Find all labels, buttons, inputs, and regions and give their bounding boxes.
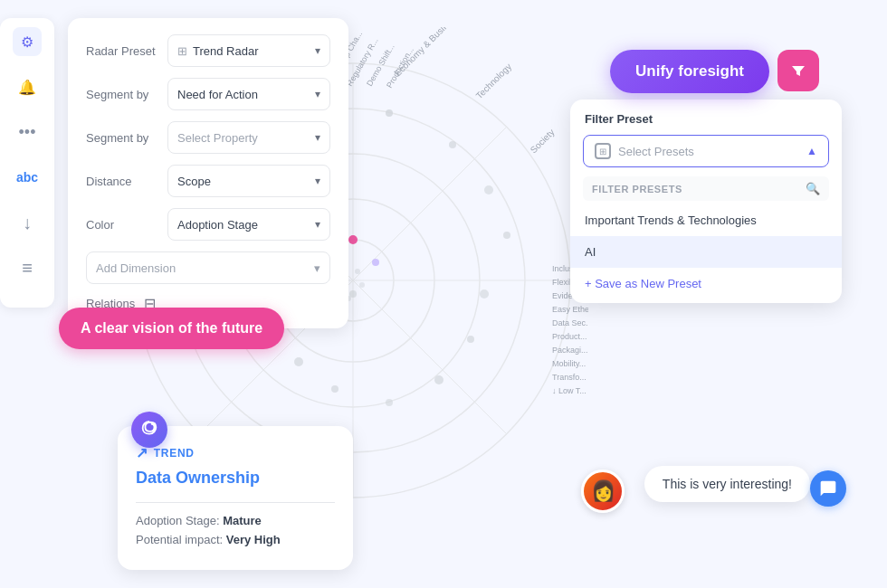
svg-point-33 <box>386 399 393 406</box>
svg-text:Society: Society <box>529 127 557 155</box>
svg-text:Technology: Technology <box>474 62 514 101</box>
svg-point-31 <box>294 357 303 366</box>
svg-text:Economy & Business: Economy & Business <box>393 27 461 78</box>
distance-row: Distance Scope ▾ <box>86 165 330 197</box>
unify-foresight-button[interactable]: Unify foresight <box>610 50 769 93</box>
svg-point-25 <box>484 185 493 194</box>
svg-point-37 <box>348 235 358 244</box>
color-select[interactable]: Adoption Stage ▾ <box>167 208 330 241</box>
chat-icon <box>819 479 837 498</box>
filter-icon-button[interactable] <box>777 50 819 91</box>
trend-card: ↗ TREND Data Ownership Adoption Stage: M… <box>118 426 353 570</box>
chat-bubble: This is very interesting! <box>644 466 810 502</box>
svg-point-23 <box>386 109 393 117</box>
list-icon[interactable]: ≡ <box>13 253 42 282</box>
svg-text:Data Sec...: Data Sec... <box>552 318 588 327</box>
chevron-down-icon-2: ▾ <box>315 88 320 100</box>
segment-by-select-2[interactable]: Select Property ▾ <box>167 121 330 154</box>
chat-avatar: 👩 <box>581 469 625 513</box>
color-value: Adoption Stage <box>177 218 258 232</box>
abc-icon[interactable]: abc <box>13 163 42 192</box>
filter-item-trends[interactable]: Important Trends & Technologies <box>570 204 842 236</box>
radar-preset-value: Trend Radar <box>193 44 259 58</box>
filter-select-placeholder: Select Presets <box>618 145 694 158</box>
distance-label: Distance <box>86 175 167 188</box>
svg-text:Production...: Production... <box>385 45 415 90</box>
download-icon[interactable]: ↓ <box>13 208 42 237</box>
radar-preset-row: Radar Preset ⊞ Trend Radar ▾ <box>86 34 330 67</box>
svg-point-44 <box>355 269 360 274</box>
svg-text:Mobility...: Mobility... <box>552 359 586 368</box>
spiral-icon[interactable] <box>131 412 167 448</box>
segment-by-select-1[interactable]: Need for Action ▾ <box>167 78 330 110</box>
swirl-icon <box>139 420 159 440</box>
svg-point-42 <box>359 282 365 288</box>
filter-save-button[interactable]: + Save as New Preset <box>570 268 842 303</box>
radar-preset-icon: ⊞ <box>177 44 187 58</box>
svg-point-36 <box>480 289 489 299</box>
segment-by-row-2: Segment by Select Property ▾ <box>86 121 330 154</box>
chevron-down-icon-3: ▾ <box>315 131 320 144</box>
svg-text:Easy Ethe...: Easy Ethe... <box>552 305 588 314</box>
filter-search-label: FILTER PRESETS <box>592 184 682 194</box>
more-icon[interactable]: ••• <box>13 118 42 147</box>
segment-by-row-1: Segment by Need for Action ▾ <box>86 78 330 110</box>
chevron-down-icon-4: ▾ <box>315 175 320 187</box>
trend-divider <box>136 502 335 503</box>
bell-icon[interactable]: 🔔 <box>13 72 42 101</box>
svg-point-26 <box>503 232 510 239</box>
chevron-down-icon: ▾ <box>315 44 320 57</box>
svg-text:Packagi...: Packagi... <box>552 346 588 355</box>
svg-point-39 <box>372 259 379 266</box>
segment-by-label-1: Segment by <box>86 88 167 101</box>
svg-text:Demo Shift...: Demo Shift... <box>365 43 396 88</box>
chevron-down-icon-5: ▾ <box>315 218 320 231</box>
radar-preset-select[interactable]: ⊞ Trend Radar ▾ <box>167 34 330 67</box>
filter-item-ai[interactable]: AI <box>570 236 842 268</box>
trend-title: Data Ownership <box>136 469 335 488</box>
segment-by-value-1: Need for Action <box>177 88 258 101</box>
add-dimension-row: Add Dimension ▾ <box>86 251 330 284</box>
svg-text:Product...: Product... <box>552 332 587 341</box>
add-dimension-label: Add Dimension <box>96 261 176 275</box>
trend-adoption: Adoption Stage: Mature <box>136 514 335 527</box>
trend-impact: Potential impact: Very High <box>136 533 335 546</box>
filter-select-row[interactable]: ⊞ Select Presets ▲ <box>583 135 829 167</box>
settings-panel: Radar Preset ⊞ Trend Radar ▾ Segment by … <box>68 18 348 328</box>
svg-point-35 <box>467 336 474 343</box>
distance-select[interactable]: Scope ▾ <box>167 165 330 197</box>
svg-point-32 <box>331 385 339 393</box>
trend-label: ↗ TREND <box>136 444 335 461</box>
svg-text:Regulatory R...: Regulatory R... <box>345 36 380 88</box>
distance-value: Scope <box>177 175 211 188</box>
filter-select-icon: ⊞ <box>595 143 611 159</box>
svg-point-34 <box>434 375 444 384</box>
color-label: Color <box>86 218 167 232</box>
search-icon[interactable]: 🔍 <box>806 182 820 195</box>
chevron-up-icon: ▲ <box>806 145 817 157</box>
funnel-icon <box>789 62 807 80</box>
svg-point-40 <box>349 290 357 298</box>
add-dimension-button[interactable]: Add Dimension ▾ <box>86 251 330 284</box>
settings-icon[interactable]: ⚙ <box>13 27 42 56</box>
filter-panel-title: Filter Preset <box>570 100 842 135</box>
avatar-emoji: 👩 <box>584 472 622 510</box>
filter-preset-panel: Filter Preset ⊞ Select Presets ▲ FILTER … <box>570 100 842 303</box>
color-row: Color Adoption Stage ▾ <box>86 208 330 241</box>
filter-search-section: FILTER PRESETS 🔍 <box>583 176 829 201</box>
radar-preset-label: Radar Preset <box>86 44 167 58</box>
sidebar: ⚙ 🔔 ••• abc ↓ ≡ <box>0 18 54 308</box>
svg-point-24 <box>449 141 456 148</box>
svg-text:↓ Low T...: ↓ Low T... <box>552 386 587 395</box>
segment-by-placeholder: Select Property <box>177 131 258 145</box>
segment-by-label-2: Segment by <box>86 131 167 145</box>
chevron-down-icon-6: ▾ <box>314 261 320 275</box>
chat-icon-button[interactable] <box>810 470 846 507</box>
svg-text:Transfo...: Transfo... <box>552 373 587 382</box>
clear-vision-badge[interactable]: A clear vision of the future <box>59 308 284 349</box>
